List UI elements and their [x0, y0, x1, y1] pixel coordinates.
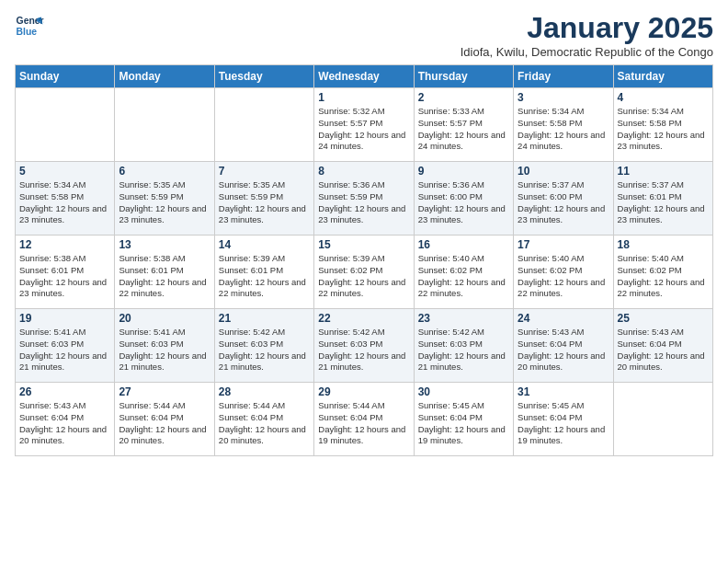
day-number: 21 [219, 312, 310, 325]
cell-4-2: 28Sunrise: 5:44 AM Sunset: 6:04 PM Dayli… [214, 383, 313, 456]
day-info: Sunrise: 5:34 AM Sunset: 5:58 PM Dayligh… [618, 106, 709, 153]
cell-1-2: 7Sunrise: 5:35 AM Sunset: 5:59 PM Daylig… [214, 162, 313, 236]
day-info: Sunrise: 5:45 AM Sunset: 6:04 PM Dayligh… [518, 400, 609, 447]
cell-1-3: 8Sunrise: 5:36 AM Sunset: 5:59 PM Daylig… [314, 162, 414, 236]
day-info: Sunrise: 5:42 AM Sunset: 6:03 PM Dayligh… [318, 327, 409, 373]
svg-text:Blue: Blue [17, 27, 38, 37]
cell-3-3: 22Sunrise: 5:42 AM Sunset: 6:03 PM Dayli… [314, 309, 414, 383]
day-number: 6 [119, 165, 210, 178]
day-number: 31 [518, 385, 609, 398]
cell-4-5: 31Sunrise: 5:45 AM Sunset: 6:04 PM Dayli… [514, 383, 613, 456]
week-row-0: 1Sunrise: 5:32 AM Sunset: 5:57 PM Daylig… [16, 88, 713, 162]
day-number: 15 [318, 238, 409, 251]
cell-0-6: 4Sunrise: 5:34 AM Sunset: 5:58 PM Daylig… [613, 88, 712, 162]
day-number: 29 [318, 385, 409, 398]
day-info: Sunrise: 5:34 AM Sunset: 5:58 PM Dayligh… [518, 106, 609, 153]
day-number: 22 [318, 312, 409, 325]
day-info: Sunrise: 5:43 AM Sunset: 6:04 PM Dayligh… [618, 327, 709, 373]
day-number: 25 [618, 312, 709, 325]
day-info: Sunrise: 5:36 AM Sunset: 6:00 PM Dayligh… [418, 179, 509, 226]
cell-0-1 [115, 88, 214, 162]
day-info: Sunrise: 5:36 AM Sunset: 5:59 PM Dayligh… [318, 179, 409, 226]
cell-1-1: 6Sunrise: 5:35 AM Sunset: 5:59 PM Daylig… [115, 162, 214, 236]
cell-3-1: 20Sunrise: 5:41 AM Sunset: 6:03 PM Dayli… [115, 309, 214, 383]
day-number: 8 [318, 165, 409, 178]
day-info: Sunrise: 5:34 AM Sunset: 5:58 PM Dayligh… [19, 179, 110, 226]
day-info: Sunrise: 5:35 AM Sunset: 5:59 PM Dayligh… [219, 179, 310, 226]
day-info: Sunrise: 5:37 AM Sunset: 6:00 PM Dayligh… [518, 179, 609, 226]
cell-2-2: 14Sunrise: 5:39 AM Sunset: 6:01 PM Dayli… [214, 236, 313, 309]
col-monday: Monday [115, 65, 214, 88]
day-number: 26 [19, 385, 110, 398]
day-info: Sunrise: 5:43 AM Sunset: 6:04 PM Dayligh… [518, 327, 609, 373]
day-number: 27 [119, 385, 210, 398]
day-number: 28 [219, 385, 310, 398]
day-number: 14 [219, 238, 310, 251]
day-info: Sunrise: 5:40 AM Sunset: 6:02 PM Dayligh… [518, 253, 609, 300]
day-number: 19 [19, 312, 110, 325]
logo: General Blue [15, 11, 44, 40]
day-number: 23 [418, 312, 509, 325]
cell-0-5: 3Sunrise: 5:34 AM Sunset: 5:58 PM Daylig… [514, 88, 613, 162]
cell-1-0: 5Sunrise: 5:34 AM Sunset: 5:58 PM Daylig… [16, 162, 115, 236]
logo-icon: General Blue [15, 11, 44, 40]
header-row: Sunday Monday Tuesday Wednesday Thursday… [16, 65, 713, 88]
day-number: 13 [119, 238, 210, 251]
cell-4-3: 29Sunrise: 5:44 AM Sunset: 6:04 PM Dayli… [314, 383, 414, 456]
cell-0-2 [214, 88, 313, 162]
cell-3-0: 19Sunrise: 5:41 AM Sunset: 6:03 PM Dayli… [16, 309, 115, 383]
day-info: Sunrise: 5:44 AM Sunset: 6:04 PM Dayligh… [318, 400, 409, 447]
day-info: Sunrise: 5:43 AM Sunset: 6:04 PM Dayligh… [19, 400, 110, 447]
col-tuesday: Tuesday [214, 65, 313, 88]
day-number: 1 [318, 91, 409, 104]
day-number: 4 [618, 91, 709, 104]
calendar-table: Sunday Monday Tuesday Wednesday Thursday… [15, 64, 713, 456]
cell-4-6 [613, 383, 712, 456]
cell-3-2: 21Sunrise: 5:42 AM Sunset: 6:03 PM Dayli… [214, 309, 313, 383]
cell-2-3: 15Sunrise: 5:39 AM Sunset: 6:02 PM Dayli… [314, 236, 414, 309]
cell-3-5: 24Sunrise: 5:43 AM Sunset: 6:04 PM Dayli… [514, 309, 613, 383]
cell-4-0: 26Sunrise: 5:43 AM Sunset: 6:04 PM Dayli… [16, 383, 115, 456]
cell-3-6: 25Sunrise: 5:43 AM Sunset: 6:04 PM Dayli… [613, 309, 712, 383]
day-info: Sunrise: 5:44 AM Sunset: 6:04 PM Dayligh… [219, 400, 310, 447]
day-number: 16 [418, 238, 509, 251]
cell-1-5: 10Sunrise: 5:37 AM Sunset: 6:00 PM Dayli… [514, 162, 613, 236]
cell-2-1: 13Sunrise: 5:38 AM Sunset: 6:01 PM Dayli… [115, 236, 214, 309]
day-info: Sunrise: 5:41 AM Sunset: 6:03 PM Dayligh… [19, 327, 110, 373]
day-number: 24 [518, 312, 609, 325]
cell-0-0 [16, 88, 115, 162]
day-number: 12 [19, 238, 110, 251]
day-info: Sunrise: 5:42 AM Sunset: 6:03 PM Dayligh… [219, 327, 310, 373]
col-saturday: Saturday [613, 65, 712, 88]
day-info: Sunrise: 5:45 AM Sunset: 6:04 PM Dayligh… [418, 400, 509, 447]
day-info: Sunrise: 5:39 AM Sunset: 6:02 PM Dayligh… [318, 253, 409, 300]
col-thursday: Thursday [414, 65, 513, 88]
subtitle: Idiofa, Kwilu, Democratic Republic of th… [461, 45, 713, 59]
day-info: Sunrise: 5:35 AM Sunset: 5:59 PM Dayligh… [119, 179, 210, 226]
day-number: 9 [418, 165, 509, 178]
day-info: Sunrise: 5:40 AM Sunset: 6:02 PM Dayligh… [618, 253, 709, 300]
day-number: 20 [119, 312, 210, 325]
cell-3-4: 23Sunrise: 5:42 AM Sunset: 6:03 PM Dayli… [414, 309, 513, 383]
day-number: 2 [418, 91, 509, 104]
header: General Blue January 2025 Idiofa, Kwilu,… [15, 11, 713, 59]
day-info: Sunrise: 5:39 AM Sunset: 6:01 PM Dayligh… [219, 253, 310, 300]
cell-2-5: 17Sunrise: 5:40 AM Sunset: 6:02 PM Dayli… [514, 236, 613, 309]
cell-1-6: 11Sunrise: 5:37 AM Sunset: 6:01 PM Dayli… [613, 162, 712, 236]
day-info: Sunrise: 5:37 AM Sunset: 6:01 PM Dayligh… [618, 179, 709, 226]
day-info: Sunrise: 5:44 AM Sunset: 6:04 PM Dayligh… [119, 400, 210, 447]
day-info: Sunrise: 5:33 AM Sunset: 5:57 PM Dayligh… [418, 106, 509, 153]
title-block: January 2025 Idiofa, Kwilu, Democratic R… [461, 11, 713, 59]
cell-1-4: 9Sunrise: 5:36 AM Sunset: 6:00 PM Daylig… [414, 162, 513, 236]
col-sunday: Sunday [16, 65, 115, 88]
week-row-1: 5Sunrise: 5:34 AM Sunset: 5:58 PM Daylig… [16, 162, 713, 236]
day-info: Sunrise: 5:32 AM Sunset: 5:57 PM Dayligh… [318, 106, 409, 153]
col-friday: Friday [514, 65, 613, 88]
cell-0-4: 2Sunrise: 5:33 AM Sunset: 5:57 PM Daylig… [414, 88, 513, 162]
week-row-2: 12Sunrise: 5:38 AM Sunset: 6:01 PM Dayli… [16, 236, 713, 309]
day-number: 17 [518, 238, 609, 251]
day-info: Sunrise: 5:40 AM Sunset: 6:02 PM Dayligh… [418, 253, 509, 300]
cell-4-4: 30Sunrise: 5:45 AM Sunset: 6:04 PM Dayli… [414, 383, 513, 456]
day-number: 5 [19, 165, 110, 178]
cell-2-6: 18Sunrise: 5:40 AM Sunset: 6:02 PM Dayli… [613, 236, 712, 309]
